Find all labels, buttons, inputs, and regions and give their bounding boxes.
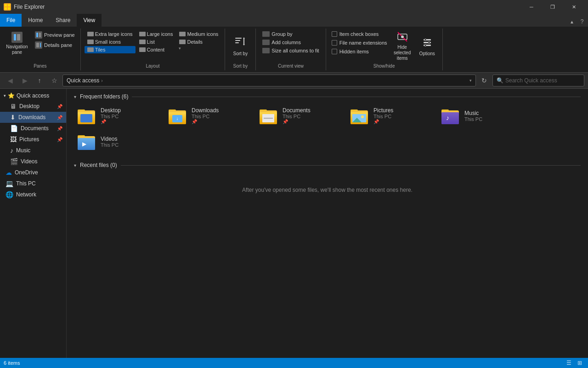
downloads-folder-info: Downloads This PC 📌 <box>192 107 219 124</box>
sidebar-item-this-pc[interactable]: 💻 This PC <box>0 178 66 189</box>
sidebar-item-documents[interactable]: 📄 Documents 📌 <box>0 123 66 134</box>
refresh-button[interactable]: ↻ <box>478 74 491 87</box>
documents-pin-icon: 📌 <box>57 126 62 131</box>
close-button[interactable]: ✕ <box>563 0 584 14</box>
sort-by-button[interactable]: Sort by <box>229 30 252 61</box>
hidden-items-toggle[interactable]: Hidden items <box>330 48 389 55</box>
options-icon <box>420 35 435 50</box>
pictures-icon: 🖼 <box>10 136 17 143</box>
layout-items-col3: Medium icons Details ▾ <box>176 30 221 51</box>
preview-pane-button[interactable]: Preview pane <box>33 30 77 40</box>
size-all-columns-button[interactable]: Size all columns to fit <box>260 47 322 54</box>
frequent-folders-grid: Desktop This PC 📌 ↓ Downloads This PC 📌 <box>74 104 581 153</box>
status-view-icons: ☰ ⊞ <box>564 359 584 367</box>
tiles-icon <box>87 47 94 52</box>
desktop-folder-icon <box>78 108 96 124</box>
sidebar-item-network[interactable]: 🌐 Network <box>0 189 66 200</box>
sidebar-item-onedrive[interactable]: ☁ OneDrive <box>0 167 66 178</box>
layout-medium-icons[interactable]: Medium icons <box>176 30 221 38</box>
navigation-pane-icon <box>11 32 23 43</box>
path-chevron: › <box>101 78 102 83</box>
details-view-toggle[interactable]: ☰ <box>564 359 573 367</box>
videos-folder-name: Videos <box>101 136 119 142</box>
forward-button[interactable]: ▶ <box>18 74 31 87</box>
layout-extra-large-icons[interactable]: Extra large icons <box>85 30 136 38</box>
search-placeholder: Search Quick access <box>505 77 557 84</box>
pictures-folder-pin: 📌 <box>373 119 393 124</box>
sidebar-item-pictures[interactable]: 🖼 Pictures 📌 <box>0 134 66 145</box>
sidebar-quick-access-header[interactable]: ▾ ⭐ Quick access <box>0 91 66 101</box>
layout-small-icons[interactable]: Small icons <box>85 38 136 46</box>
ribbon-group-sortby: Sort by Sort by <box>225 29 256 70</box>
sidebar-item-desktop[interactable]: 🖥 Desktop 📌 <box>0 101 66 112</box>
path-dropdown-arrow[interactable]: ▾ <box>469 78 472 83</box>
breadcrumb-quick-access[interactable]: Quick access <box>67 77 99 84</box>
sidebar-item-music[interactable]: ♪ Music <box>0 145 66 156</box>
layout-expand-btn[interactable]: ▾ <box>176 46 183 51</box>
pin-to-quick-access-button[interactable]: ☆ <box>48 74 61 87</box>
quick-access-header-icon: ⭐ <box>8 92 15 99</box>
recent-files-expand[interactable]: ▾ <box>74 163 76 168</box>
tab-share[interactable]: Share <box>49 14 77 27</box>
svg-rect-3 <box>8 7 10 10</box>
help-btn[interactable]: ? <box>578 17 586 26</box>
folder-tile-music[interactable]: ♪ Music This PC <box>438 104 525 127</box>
tab-view[interactable]: View <box>77 14 102 27</box>
recent-files-header: ▾ Recent files (0) <box>74 162 581 168</box>
folder-tile-desktop[interactable]: Desktop This PC 📌 <box>74 104 161 127</box>
videos-overlay: ▶ <box>82 141 86 147</box>
back-button[interactable]: ◀ <box>4 74 17 87</box>
file-name-extensions-toggle[interactable]: File name extensions <box>330 39 389 46</box>
large-icons-icon <box>139 32 146 36</box>
large-icons-toggle[interactable]: ⊞ <box>575 359 584 367</box>
documents-folder-name: Documents <box>283 107 311 114</box>
up-button[interactable]: ↑ <box>33 74 46 87</box>
sidebar-item-downloads[interactable]: ⬇ Downloads 📌 <box>0 112 66 123</box>
restore-button[interactable]: ❐ <box>542 0 563 14</box>
desktop-icon: 🖥 <box>10 103 17 110</box>
svg-rect-8 <box>36 43 39 47</box>
tab-file[interactable]: File <box>0 14 22 27</box>
app-icon <box>4 3 11 11</box>
add-columns-button[interactable]: Add columns <box>260 39 322 46</box>
svg-rect-11 <box>235 40 240 41</box>
hide-selected-button[interactable]: Hide selected items <box>390 30 415 61</box>
options-label: Options <box>419 51 435 56</box>
desktop-folder-name: Desktop <box>101 107 121 114</box>
ribbon-expand-btn[interactable]: ▲ <box>568 17 576 26</box>
svg-rect-5 <box>17 34 20 40</box>
minimize-button[interactable]: ─ <box>521 0 542 14</box>
folder-tile-videos[interactable]: ▶ Videos This PC <box>74 131 161 153</box>
frequent-folders-expand[interactable]: ▾ <box>74 94 76 99</box>
list-icon <box>139 40 146 44</box>
navigation-pane-button[interactable]: Navigation pane <box>4 30 30 56</box>
onedrive-icon: ☁ <box>6 169 12 176</box>
sidebar-item-videos[interactable]: 🎬 Videos <box>0 156 66 167</box>
options-button[interactable]: Options <box>416 30 439 61</box>
folder-tile-downloads[interactable]: ↓ Downloads This PC 📌 <box>165 104 252 127</box>
sort-by-icon <box>233 35 248 50</box>
svg-rect-1 <box>8 4 10 6</box>
folder-tile-documents[interactable]: Documents This PC 📌 <box>256 104 343 127</box>
svg-rect-2 <box>5 7 7 10</box>
svg-marker-13 <box>243 37 245 39</box>
layout-details[interactable]: Details <box>176 38 221 46</box>
details-pane-button[interactable]: Details pane <box>33 40 77 50</box>
group-by-button[interactable]: Group by <box>260 30 322 38</box>
search-icon: 🔍 <box>497 77 503 84</box>
hidden-items-checkbox <box>332 49 337 54</box>
sidebar-network-label: Network <box>16 191 62 198</box>
preview-pane-label: Preview pane <box>44 32 75 38</box>
layout-tiles[interactable]: Tiles <box>85 46 136 53</box>
folder-tile-pictures[interactable]: Pictures This PC 📌 <box>347 104 434 127</box>
layout-large-icons[interactable]: Large icons <box>136 30 176 38</box>
item-check-boxes-toggle[interactable]: Item check boxes <box>330 30 389 38</box>
tab-home[interactable]: Home <box>22 14 49 27</box>
svg-point-23 <box>428 42 430 44</box>
sidebar-downloads-label: Downloads <box>18 114 54 121</box>
layout-list[interactable]: List <box>136 38 176 46</box>
layout-content[interactable]: Content <box>136 46 176 53</box>
search-box[interactable]: 🔍 Search Quick access <box>492 75 584 86</box>
address-path-box[interactable]: Quick access › ▾ <box>62 75 476 86</box>
ribbon-group-show-hide: Item check boxes File name extensions Hi… <box>326 29 443 70</box>
